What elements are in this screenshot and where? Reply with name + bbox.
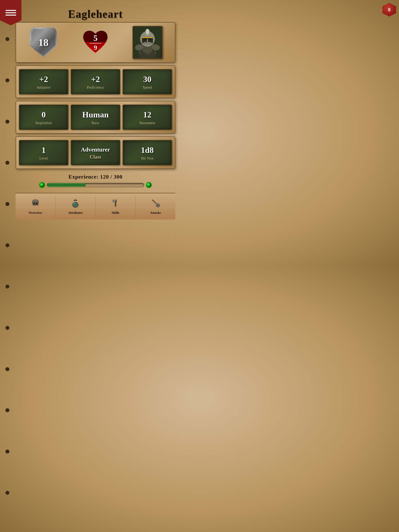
hit-vice-cell[interactable]: 1d8 Hit Vice: [122, 140, 172, 165]
awareness-cell[interactable]: 12 Awareness: [122, 105, 172, 130]
hp-max: 9: [90, 44, 101, 51]
initiative-label: Initiative: [37, 85, 51, 89]
top-stats-row: 18: [19, 26, 172, 59]
menu-icon-line: [6, 10, 16, 11]
hit-vice-value: 1d8: [141, 146, 154, 155]
book-binding: [4, 0, 11, 266]
menu-icon-line: [6, 12, 16, 13]
character-portrait[interactable]: [133, 26, 163, 59]
nav-attacks-label: Attacks: [150, 211, 161, 215]
hp-divider: [90, 43, 101, 44]
armor-class-container[interactable]: 18: [28, 26, 58, 59]
svg-rect-27: [74, 200, 77, 201]
page-content: Eagleheart 18: [0, 0, 187, 223]
bottom-navigation: Overview Attributes: [16, 193, 175, 219]
character-name: Eagleheart: [16, 4, 175, 22]
svg-point-17: [146, 29, 149, 34]
binding-hole: [5, 37, 10, 41]
stats-grid-3: 1 Level Adventurer Class 1d8 Hit Vice: [19, 140, 172, 165]
nav-overview[interactable]: Overview: [16, 195, 56, 217]
stats-panel-1: +2 Initiative +2 Proficiency 30 Speed: [16, 65, 175, 98]
experience-bar-track: [47, 183, 144, 187]
inspiration-cell[interactable]: 0 Inspiration: [19, 105, 68, 130]
race-label: Race: [92, 121, 99, 125]
svg-rect-12: [144, 38, 147, 39]
svg-rect-11: [143, 38, 152, 38]
hp-container[interactable]: 5 9: [80, 26, 110, 59]
svg-rect-33: [115, 202, 116, 207]
stats-panel-3: 1 Level Adventurer Class 1d8 Hit Vice: [16, 136, 175, 169]
binding-hole: [5, 78, 10, 82]
stats-grid-2: 0 Inspiration Human Race 12 Awareness: [19, 105, 172, 130]
svg-rect-24: [35, 203, 36, 205]
skills-icon: [111, 198, 120, 209]
class-cell[interactable]: Adventurer Class: [71, 140, 120, 165]
nav-attributes-label: Attributes: [68, 211, 83, 215]
svg-rect-15: [144, 42, 151, 44]
svg-line-39: [160, 206, 160, 207]
hit-vice-label: Hit Vice: [141, 156, 154, 160]
speed-cell[interactable]: 30 Speed: [122, 69, 172, 95]
awareness-value: 12: [143, 110, 151, 119]
nav-overview-label: Overview: [29, 211, 42, 215]
level-cell[interactable]: 1 Level: [19, 140, 68, 165]
experience-section: Experience: 120 / 300: [16, 172, 175, 190]
level-label: Level: [39, 156, 48, 160]
svg-line-37: [160, 204, 160, 205]
menu-icon-line: [6, 15, 16, 16]
exp-gem-left: [39, 182, 45, 188]
binding-hole: [5, 161, 10, 165]
stats-panel-2: 0 Inspiration Human Race 12 Awareness: [16, 101, 175, 133]
nav-attacks[interactable]: Attacks: [135, 195, 175, 217]
inspiration-value: 0: [42, 110, 46, 119]
svg-point-35: [156, 203, 160, 207]
race-value: Human: [82, 110, 109, 119]
svg-rect-13: [148, 38, 151, 39]
awareness-label: Awareness: [139, 121, 155, 125]
top-stats-panel: 18: [16, 22, 175, 63]
initiative-value: +2: [39, 75, 48, 84]
speed-label: Speed: [143, 85, 152, 89]
svg-line-38: [155, 205, 156, 206]
nav-skills-label: Skills: [112, 211, 119, 215]
heart-shape: 5 9: [81, 28, 109, 57]
binding-hole: [5, 202, 10, 206]
proficiency-label: Proficiency: [87, 85, 104, 89]
class-value: Adventurer Class: [81, 146, 110, 160]
armor-class-value: 18: [38, 37, 49, 48]
svg-point-30: [74, 203, 75, 204]
experience-bar-fill: [47, 183, 86, 187]
svg-point-25: [34, 199, 37, 202]
hp-text: 5 9: [90, 34, 101, 51]
speed-value: 30: [143, 75, 151, 84]
binding-hole: [5, 120, 10, 124]
initiative-cell[interactable]: +2 Initiative: [19, 69, 68, 95]
hp-current: 5: [90, 34, 101, 42]
shield-icon: 18: [30, 27, 57, 58]
exp-gem-right: [146, 182, 152, 188]
nav-attributes[interactable]: Attributes: [56, 195, 96, 217]
race-cell[interactable]: Human Race: [71, 105, 120, 130]
portrait-image: [134, 27, 161, 58]
stats-grid-1: +2 Initiative +2 Proficiency 30 Speed: [19, 69, 172, 95]
class-line2: Class: [90, 154, 101, 160]
svg-point-29: [73, 202, 78, 207]
menu-button[interactable]: [0, 0, 21, 25]
experience-label: Experience: 120 / 300: [19, 174, 171, 180]
nav-skills[interactable]: Skills: [96, 195, 135, 217]
proficiency-value: +2: [91, 75, 100, 84]
attacks-icon: [151, 198, 160, 209]
inspiration-label: Inspiration: [35, 121, 52, 125]
proficiency-cell[interactable]: +2 Proficiency: [71, 69, 120, 95]
attributes-icon: [71, 198, 80, 209]
svg-line-34: [153, 200, 157, 204]
overview-icon: [31, 198, 40, 209]
experience-bar-container: [19, 182, 171, 188]
binding-hole: [5, 243, 10, 247]
level-value: 1: [42, 146, 46, 155]
